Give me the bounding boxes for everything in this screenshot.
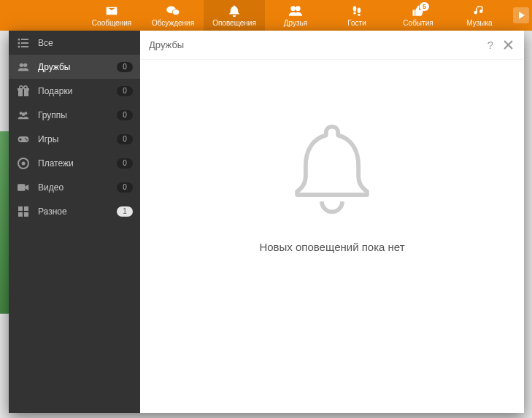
svg-point-1 [172,9,180,15]
svg-rect-11 [21,42,28,44]
svg-point-3 [296,6,301,11]
bell-icon [228,4,241,18]
svg-point-15 [23,63,27,66]
empty-state: Новых оповещений пока нет [140,60,524,413]
friends-g-icon [18,61,29,73]
sidebar-item-count: 0 [117,110,133,120]
background-photo-strip [0,131,9,314]
sidebar-item-count: 0 [117,134,133,144]
empty-message: Новых оповещений пока нет [259,241,404,253]
svg-rect-33 [24,206,28,211]
nav-label: Друзья [284,19,307,27]
svg-point-14 [20,63,23,66]
svg-rect-35 [24,212,28,217]
svg-point-20 [24,85,28,89]
svg-rect-9 [21,39,28,40]
sidebar-item-count: 0 [117,182,133,193]
sidebar-item-friendship[interactable]: Дружбы0 [9,55,140,79]
help-icon[interactable]: ? [483,38,498,53]
content-title: Дружбы [149,39,480,50]
nav-guests[interactable]: Гости [326,0,388,31]
video-icon [18,182,29,193]
friends-icon [288,4,303,18]
sidebar-item-label: Дружбы [38,62,108,72]
svg-point-10 [18,42,20,44]
group-icon [18,109,29,121]
sidebar-item-groups[interactable]: Группы0 [9,103,140,127]
sidebar-item-other[interactable]: Разное1 [9,199,140,223]
sidebar-item-count: 0 [117,62,133,72]
nav-notifications[interactable]: Оповещения [204,0,265,31]
notifications-sidebar: ВсеДружбы0Подарки0Группы0Игры0Платежи0Ви… [9,31,140,413]
music-icon [473,4,486,18]
svg-point-7 [358,13,361,15]
svg-rect-13 [21,46,28,47]
nav-label: Обсуждения [152,19,194,27]
footprints-icon [350,4,363,18]
svg-point-19 [20,85,23,89]
grid-icon [18,206,29,217]
svg-rect-31 [18,184,25,191]
nav-label: Гости [347,19,366,27]
nav-badge: 5 [420,2,429,11]
sidebar-item-label: Игры [38,134,108,144]
svg-point-8 [18,38,20,40]
envelope-icon [105,4,118,18]
svg-point-28 [26,139,28,140]
sidebar-item-gifts[interactable]: Подарки0 [9,79,140,103]
nav-label: Оповещения [212,19,256,27]
svg-point-27 [25,137,26,139]
sidebar-item-count: 0 [117,158,133,169]
nav-music[interactable]: Музыка [449,0,510,31]
comments-icon [166,4,180,18]
svg-rect-34 [18,212,23,217]
sidebar-item-count: 0 [117,86,133,96]
sidebar-item-label: Платежи [38,158,108,169]
sidebar-item-label: Все [38,38,133,48]
nav-friends[interactable]: Друзья [265,0,326,31]
svg-point-5 [353,12,356,14]
svg-rect-32 [18,206,23,211]
nav-label: Сообщения [92,19,131,27]
svg-rect-18 [23,88,24,96]
gift-icon [18,85,29,97]
sidebar-item-video[interactable]: Видео0 [9,175,140,199]
sidebar-item-all[interactable]: Все [9,31,140,55]
notifications-modal: ВсеДружбы0Подарки0Группы0Игры0Платежи0Ви… [9,31,524,413]
top-nav-bar: СообщенияОбсужденияОповещенияДрузьяГости… [0,0,532,31]
sidebar-item-count: 1 [117,206,133,217]
svg-point-4 [353,6,357,12]
sidebar-item-label: Видео [38,182,108,193]
bell-icon [281,118,383,220]
svg-point-30 [22,161,26,165]
sidebar-item-label: Группы [38,110,108,120]
svg-point-12 [18,45,20,47]
nav-events[interactable]: События5 [388,0,449,31]
sidebar-item-payments[interactable]: Платежи0 [9,151,140,175]
close-icon[interactable] [501,38,515,53]
sidebar-item-label: Разное [38,206,108,217]
media-play-button[interactable] [513,7,529,23]
nav-label: События [403,19,433,27]
payments-icon [18,158,29,169]
nav-label: Музыка [466,19,492,27]
svg-point-23 [22,112,26,116]
list-icon [18,37,29,49]
notifications-content: Дружбы ? Новых оповещений пока нет [140,31,524,413]
svg-point-6 [358,7,361,13]
svg-rect-26 [19,139,21,139]
sidebar-item-label: Подарки [38,86,108,96]
sidebar-item-games[interactable]: Игры0 [9,127,140,151]
content-header: Дружбы ? [140,31,524,60]
nav-discussions[interactable]: Обсуждения [142,0,204,31]
nav-messages[interactable]: Сообщения [81,0,142,31]
gamepad-icon [18,133,29,145]
svg-point-2 [290,6,296,11]
